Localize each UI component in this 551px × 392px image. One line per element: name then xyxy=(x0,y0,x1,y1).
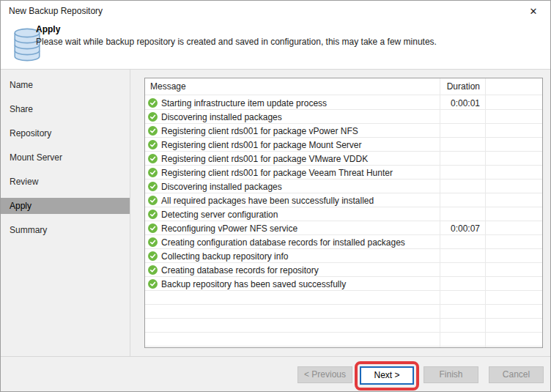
message-text: Registering client rds001 for package Mo… xyxy=(161,140,361,150)
message-text: Discovering installed packages xyxy=(161,182,282,192)
message-text: Registering client rds001 for package Ve… xyxy=(161,168,393,178)
message-text: Backup repository has been saved success… xyxy=(161,279,346,289)
column-header-message: Message xyxy=(150,81,186,92)
success-check-icon xyxy=(148,223,158,233)
success-check-icon xyxy=(148,98,158,108)
success-check-icon xyxy=(148,251,158,261)
table-row: Backup repository has been saved success… xyxy=(145,277,542,291)
success-check-icon xyxy=(148,182,158,191)
success-check-icon xyxy=(148,140,158,149)
table-row: Reconfiguring vPower NFS service0:00:07 xyxy=(145,221,542,235)
table-row: Registering client rds001 for package VM… xyxy=(145,152,542,166)
cancel-button[interactable]: Cancel xyxy=(489,366,544,383)
table-row: Creating configuration database records … xyxy=(145,235,542,249)
duration-value: 0:00:01 xyxy=(440,98,485,108)
table-body: Starting infrastructure item update proc… xyxy=(145,96,542,347)
sidebar: NameShareRepositoryMount ServerReviewApp… xyxy=(1,70,130,356)
success-check-icon xyxy=(148,168,158,177)
sidebar-item-review[interactable]: Review xyxy=(1,174,130,190)
sidebar-item-apply[interactable]: Apply xyxy=(1,198,130,214)
finish-button[interactable]: Finish xyxy=(424,366,478,383)
success-check-icon xyxy=(148,126,158,136)
table-row: Discovering installed packages xyxy=(145,110,542,124)
success-check-icon xyxy=(148,196,158,205)
message-text: Creating configuration database records … xyxy=(161,237,405,248)
titlebar: New Backup Repository ✕ xyxy=(1,1,550,21)
message-text: All required packages have been successf… xyxy=(161,196,374,206)
table-row: Registering client rds001 for package vP… xyxy=(145,124,542,138)
close-icon[interactable]: ✕ xyxy=(527,5,540,18)
success-check-icon xyxy=(148,237,158,247)
success-check-icon xyxy=(148,154,158,163)
sidebar-item-repository[interactable]: Repository xyxy=(1,125,130,141)
sidebar-item-name[interactable]: Name xyxy=(1,77,130,93)
wizard-header-banner: Apply Please wait while backup repositor… xyxy=(1,21,550,70)
table-row: Collecting backup repository info xyxy=(145,249,542,263)
table-row: Starting infrastructure item update proc… xyxy=(145,96,542,110)
message-text: Detecting server configuration xyxy=(161,210,278,220)
step-description: Please wait while backup repository is c… xyxy=(36,37,437,47)
success-check-icon xyxy=(148,279,158,289)
column-header-duration: Duration xyxy=(440,81,480,92)
message-text: Collecting backup repository info xyxy=(161,251,288,262)
table-row: Registering client rds001 for package Ve… xyxy=(145,166,542,180)
table-row: Detecting server configuration xyxy=(145,207,542,221)
duration-value: 0:00:07 xyxy=(440,223,485,234)
message-text: Reconfiguring vPower NFS service xyxy=(161,223,297,234)
step-title: Apply xyxy=(36,24,60,34)
message-text: Registering client rds001 for package VM… xyxy=(161,154,368,164)
footer-divider xyxy=(1,356,550,357)
window-title: New Backup Repository xyxy=(9,6,103,16)
message-text: Creating database records for repository xyxy=(161,265,319,275)
progress-table: Message Duration Starting infrastructure… xyxy=(144,78,543,348)
sidebar-item-mount-server[interactable]: Mount Server xyxy=(1,149,130,166)
next-button[interactable]: Next > xyxy=(360,366,414,385)
table-row: Registering client rds001 for package Mo… xyxy=(145,138,542,152)
success-check-icon xyxy=(148,210,158,219)
previous-button[interactable]: < Previous xyxy=(297,366,352,383)
table-row: Creating database records for repository xyxy=(145,263,542,277)
message-text: Discovering installed packages xyxy=(161,112,282,122)
table-row: Discovering installed packages xyxy=(145,180,542,193)
table-row: All required packages have been successf… xyxy=(145,193,542,207)
table-header: Message Duration xyxy=(145,78,542,95)
new-backup-repository-dialog: New Backup Repository ✕ Apply Please wai… xyxy=(0,0,551,392)
success-check-icon xyxy=(148,112,158,122)
message-text: Starting infrastructure item update proc… xyxy=(161,98,327,108)
sidebar-item-summary[interactable]: Summary xyxy=(1,222,130,238)
message-text: Registering client rds001 for package vP… xyxy=(161,126,358,136)
sidebar-item-share[interactable]: Share xyxy=(1,101,130,117)
success-check-icon xyxy=(148,265,158,275)
